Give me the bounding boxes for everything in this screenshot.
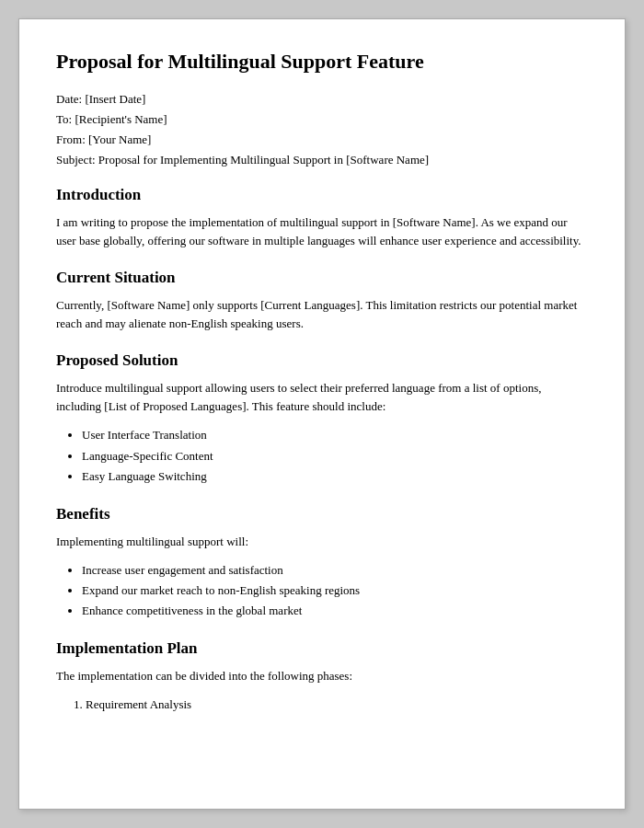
list-item: Enhance competitiveness in the global ma… [82,601,588,621]
document-title: Proposal for Multilingual Support Featur… [56,49,588,75]
meta-section: Date: [Insert Date] To: [Recipient's Nam… [56,92,588,167]
meta-date: Date: [Insert Date] [56,92,588,107]
heading-introduction: Introduction [56,186,588,204]
body-introduction: I am writing to propose the implementati… [56,213,588,250]
heading-benefits: Benefits [56,505,588,523]
body-benefits: Implementing multilingual support will: [56,533,588,551]
section-introduction: Introduction I am writing to propose the… [56,186,588,250]
section-benefits: Benefits Implementing multilingual suppo… [56,505,588,621]
section-implementation-plan: Implementation Plan The implementation c… [56,639,588,715]
meta-to: To: [Recipient's Name] [56,112,588,127]
meta-subject: Subject: Proposal for Implementing Multi… [56,153,588,167]
heading-proposed-solution: Proposed Solution [56,351,588,370]
list-implementation-plan: Requirement Analysis [86,695,588,715]
list-item: Increase user engagement and satisfactio… [82,560,588,581]
heading-current-situation: Current Situation [56,269,588,287]
list-benefits: Increase user engagement and satisfactio… [82,560,588,621]
list-item: Requirement Analysis [86,695,588,715]
body-current-situation: Currently, [Software Name] only supports… [56,296,588,333]
list-item: Easy Language Switching [82,466,588,487]
list-proposed-solution: User Interface Translation Language-Spec… [82,425,588,486]
document-container: Proposal for Multilingual Support Featur… [18,18,626,810]
meta-from: From: [Your Name] [56,132,588,147]
body-implementation-plan: The implementation can be divided into t… [56,667,588,685]
section-current-situation: Current Situation Currently, [Software N… [56,269,588,333]
section-proposed-solution: Proposed Solution Introduce multilingual… [56,351,588,487]
list-item: Language-Specific Content [82,446,588,466]
heading-implementation-plan: Implementation Plan [56,639,588,658]
list-item: User Interface Translation [82,425,588,445]
body-proposed-solution: Introduce multilingual support allowing … [56,379,588,416]
list-item: Expand our market reach to non-English s… [82,581,588,601]
